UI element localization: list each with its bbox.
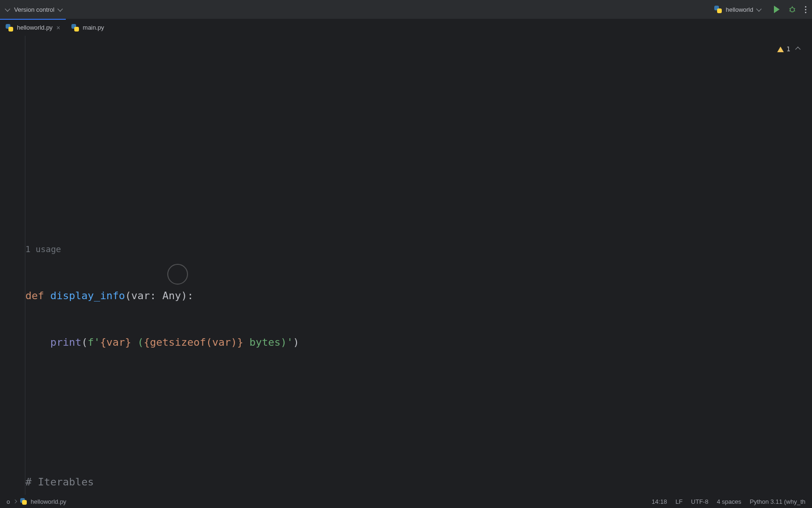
code-line: print(f'{var} ({getsizeof(var)} bytes)')	[25, 334, 812, 350]
debug-button[interactable]	[788, 5, 796, 14]
warning-count: 1	[787, 41, 790, 57]
file-encoding[interactable]: UTF-8	[691, 498, 709, 505]
run-button[interactable]	[774, 6, 780, 13]
code-line: def display_info(var: Any):	[25, 288, 812, 303]
python-icon	[20, 498, 27, 505]
chevron-right-icon	[13, 500, 17, 503]
chevron-down-icon	[756, 6, 761, 11]
tab-label: helloworld.py	[17, 24, 53, 31]
line-ending[interactable]: LF	[675, 498, 682, 505]
code-content[interactable]: 1 1 usage def display_info(var: Any): pr…	[25, 36, 812, 495]
breadcrumb-root: o	[7, 498, 10, 505]
python-icon	[6, 24, 13, 32]
breadcrumb[interactable]: o helloworld.py	[7, 498, 66, 505]
chevron-down-icon	[57, 6, 62, 11]
main-menu-chevron-icon[interactable]	[5, 6, 10, 11]
version-control-label: Version control	[14, 6, 55, 13]
cursor-position[interactable]: 14:18	[652, 498, 667, 505]
click-indicator	[167, 264, 188, 285]
inspection-widget[interactable]: 1	[777, 41, 800, 57]
play-icon	[774, 6, 780, 13]
close-icon[interactable]: ×	[56, 24, 60, 32]
tab-main[interactable]: main.py	[66, 19, 110, 35]
bug-icon	[788, 5, 796, 14]
python-icon	[71, 24, 79, 32]
python-interpreter[interactable]: Python 3.11 (why_th	[750, 498, 805, 505]
breadcrumb-file: helloworld.py	[31, 498, 66, 505]
code-line: # Iterables	[25, 474, 812, 490]
indent-setting[interactable]: 4 spaces	[717, 498, 741, 505]
run-config-selector[interactable]: helloworld	[710, 4, 765, 15]
tab-helloworld[interactable]: helloworld.py ×	[0, 19, 66, 35]
usage-hint[interactable]: 1 usage	[25, 241, 812, 257]
more-menu-button[interactable]	[805, 6, 806, 13]
tab-label: main.py	[83, 24, 104, 31]
version-control-menu[interactable]: Version control	[14, 6, 62, 13]
warning-icon	[777, 47, 784, 52]
editor-tabs: helloworld.py × main.py	[0, 19, 812, 36]
title-bar: Version control helloworld	[0, 0, 812, 19]
status-bar: o helloworld.py 14:18 LF UTF-8 4 spaces …	[0, 495, 812, 508]
line-gutter	[0, 36, 25, 495]
run-config-label: helloworld	[726, 6, 753, 13]
chevron-up-icon	[795, 47, 800, 52]
python-icon	[714, 6, 722, 13]
code-editor[interactable]: 1 1 usage def display_info(var: Any): pr…	[0, 36, 812, 495]
svg-point-0	[790, 8, 795, 12]
